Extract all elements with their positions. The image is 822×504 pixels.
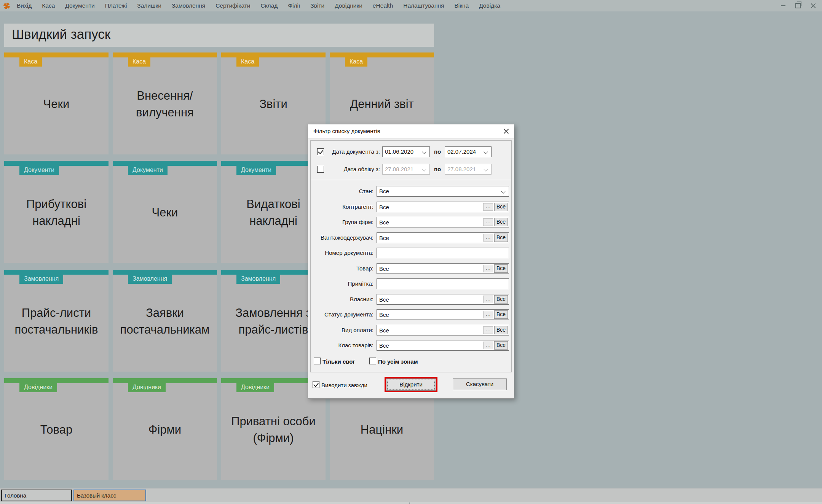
field-input-7[interactable] [377,278,509,289]
tile-label: Прайс-листи постачальників [8,305,105,338]
date-row-1-between-label: по [434,148,441,155]
tile-group-tag: Документи [19,166,59,175]
field-lookup-3-all-button[interactable]: Все [494,218,508,226]
open-button[interactable]: Відкрити [386,378,436,391]
menu-item-10[interactable]: Звіти [310,2,324,9]
menu-item-3[interactable]: Документи [65,2,94,9]
field-combo-1-value: Все [379,188,389,194]
field-lookup-8-all-button[interactable]: Все [494,295,508,304]
dialog-close-button[interactable] [503,128,509,134]
restore-button[interactable] [795,3,801,8]
option-checkbox-2[interactable] [369,358,376,364]
tile-zamovlennia-r3-c2[interactable]: ЗамовленняЗаявки постачальникам [113,270,217,372]
chevron-down-icon [501,189,505,193]
option-label-2: По усім зонам [378,358,418,365]
field-label-9: Статус документа: [311,311,373,318]
menu-items: ВихідКасаДокументиПлатежіЗалишкиЗамовлен… [17,2,511,9]
date-row-1-checkbox[interactable] [317,148,324,155]
field-lookup-2-value: Все [379,204,483,210]
tile-group-tag: Каса [236,57,259,67]
field-label-4: Вантажоодержувач: [311,234,373,241]
field-lookup-6-all-button[interactable]: Все [494,264,508,273]
field-lookup-10-more-button[interactable]: … [483,326,493,334]
field-lookup-8-more-button[interactable]: … [483,296,493,303]
field-lookup-3-value: Все [379,219,483,226]
field-lookup-9-more-button[interactable]: … [483,311,493,318]
tile-dokumenty-r2-c1[interactable]: ДокументиПрибуткові накладні [4,161,109,263]
field-lookup-4-all-button[interactable]: Все [494,234,508,242]
date-row-2-from-combo[interactable]: 27.08.2021 [382,164,430,175]
menu-item-7[interactable]: Сертифікати [215,2,250,9]
field-lookup-10-all-button[interactable]: Все [494,326,508,334]
status-tab-holovna[interactable]: Головна [1,490,72,501]
chevron-down-icon [422,149,426,154]
menu-item-4[interactable]: Платежі [105,2,127,9]
tile-zamovlennia-r3-c1[interactable]: ЗамовленняПрайс-листи постачальників [4,270,109,372]
field-label-10: Вид оплати: [311,327,373,333]
tile-dokumenty-r2-c2[interactable]: ДокументиЧеки [113,161,217,263]
date-row-1-to-combo[interactable]: 02.07.2024 [445,146,492,157]
date-row-2-from-combo-value: 27.08.2021 [385,166,413,172]
date-row-2-to-combo[interactable]: 27.08.2021 [445,164,492,175]
tile-label: Чеки [43,96,70,113]
menu-item-15[interactable]: Довідка [479,2,500,9]
menu-item-13[interactable]: Налаштування [403,2,444,9]
cancel-button[interactable]: Скасувати [453,378,507,390]
field-lookup-9-all-button[interactable]: Все [494,310,508,319]
menu-item-11[interactable]: Довідники [335,2,362,9]
menu-item-6[interactable]: Замовлення [172,2,205,9]
field-lookup-4[interactable]: Все…Все [377,232,509,243]
field-lookup-2[interactable]: Все…Все [377,202,509,212]
tile-dovidnyky-r4-c2[interactable]: ДовідникиФірми [113,378,217,480]
tile-group-bar [113,378,217,383]
tile-dovidnyky-r4-c1[interactable]: ДовідникиТовар [4,378,109,480]
field-input-5[interactable] [377,248,509,258]
field-lookup-2-all-button[interactable]: Все [494,203,508,211]
tile-group-bar [4,270,109,275]
tile-kasa-r1-c2[interactable]: КасаВнесення/вилучення [113,52,217,154]
field-lookup-3-more-button[interactable]: … [483,218,493,226]
menu-item-12[interactable]: eHealth [373,2,393,9]
tile-group-bar [113,270,217,275]
tile-label: Націнки [361,421,403,438]
minimize-button[interactable] [781,5,785,6]
date-row-1-from-combo-value: 01.06.2020 [385,148,413,155]
date-row-2-label: Дата обліку з: [326,166,380,172]
tile-group-tag: Каса [345,57,367,67]
field-lookup-10[interactable]: Все…Все [377,325,509,335]
dialog-titlebar: Фільтр списку документів [308,124,514,138]
menu-item-1[interactable]: Вихід [17,2,32,9]
tile-kasa-r1-c1[interactable]: КасаЧеки [4,52,109,154]
menu-item-8[interactable]: Склад [260,2,278,9]
field-lookup-6[interactable]: Все…Все [377,263,509,274]
field-combo-1[interactable]: Все [377,186,509,197]
field-lookup-8[interactable]: Все…Все [377,294,509,305]
status-tab-bazovyi-klass[interactable]: Базовый класс [73,490,146,501]
field-lookup-4-more-button[interactable]: … [483,234,493,242]
field-lookup-2-more-button[interactable]: … [483,203,493,211]
tile-group-tag: Документи [236,166,276,175]
statusbar-strip [0,502,822,504]
date-row-1-from-combo[interactable]: 01.06.2020 [382,146,430,157]
date-row-1-label: Дата документа з: [326,148,380,155]
field-lookup-9[interactable]: Все…Все [377,309,509,320]
option-checkbox-1[interactable] [314,358,321,364]
date-row-2-checkbox[interactable] [317,166,324,173]
field-lookup-11-more-button[interactable]: … [483,342,493,349]
field-lookup-3[interactable]: Все…Все [377,217,509,227]
close-window-button[interactable] [811,3,816,8]
field-lookup-11[interactable]: Все…Все [377,340,509,351]
menu-item-2[interactable]: Каса [42,2,55,9]
menu-item-14[interactable]: Вікна [454,2,469,9]
tile-label: Приватні особи (Фірми) [225,413,322,447]
field-lookup-11-all-button[interactable]: Все [494,341,508,350]
always-show-checkbox[interactable] [313,381,319,388]
menu-item-5[interactable]: Залишки [137,2,161,9]
field-lookup-6-more-button[interactable]: … [483,265,493,272]
menu-item-9[interactable]: Філії [288,2,300,9]
tile-label: Денний звіт [350,96,414,113]
field-label-8: Власник: [311,296,373,302]
chevron-down-icon [484,167,488,171]
brand-ring-icon [3,3,10,9]
menu-bar: ВихідКасаДокументиПлатежіЗалишкиЗамовлен… [0,0,822,11]
